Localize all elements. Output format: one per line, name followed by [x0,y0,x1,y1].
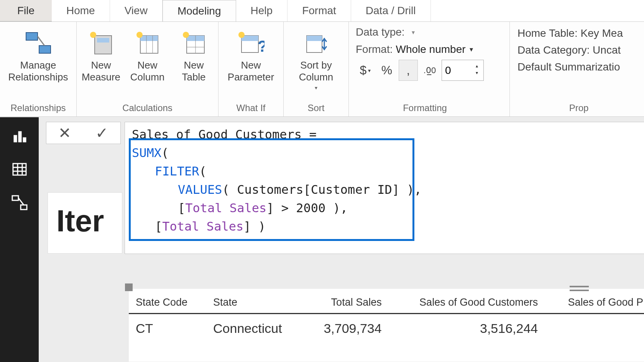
svg-point-19 [238,32,245,38]
formula-bar[interactable]: Sales of Good Customers = SUMX( FILTER( … [125,122,644,254]
col-state-code[interactable]: State Code [129,289,206,314]
cell-sales-good-p [545,314,644,343]
new-parameter-icon: ? [238,28,264,58]
svg-text:?: ? [258,37,264,55]
col-state[interactable]: State [206,289,304,314]
ribbon-group-sort: Sort by Column ▾ Sort [284,22,349,116]
decimal-up-button[interactable]: ▴ [473,64,480,70]
svg-rect-7 [140,36,158,41]
new-column-icon [135,28,160,58]
svg-rect-22 [14,135,17,142]
svg-point-5 [90,32,96,38]
menu-view[interactable]: View [110,0,163,21]
data-category-property[interactable]: Data Category: Uncat [518,44,621,56]
new-column-label: New Column [130,59,165,83]
svg-rect-30 [12,196,18,200]
ribbon-group-formatting: Data type: ▾ Format: Whole number ▾ $▾ %… [349,22,510,116]
menu-modeling[interactable]: Modeling [163,0,236,21]
report-view-button[interactable] [10,126,29,145]
menu-help[interactable]: Help [236,0,288,21]
formula-line-1: Sales of Good Customers = [132,125,639,144]
view-switcher [0,117,39,362]
model-view-button[interactable] [10,194,29,212]
currency-format-button[interactable]: $▾ [356,60,375,81]
manage-relationships-icon [25,28,52,58]
accept-formula-button[interactable]: ✓ [90,124,113,142]
drag-handle-icon[interactable] [570,286,589,291]
svg-rect-4 [97,38,109,43]
new-table-label: New Table [182,59,205,83]
cancel-formula-button[interactable]: ✕ [53,124,76,142]
group-label-formatting: Formatting [356,100,494,116]
manage-relationships-label: Manage Relationships [8,59,68,83]
table-header-row: State Code State Total Sales Sales of Go… [129,289,644,314]
svg-rect-24 [23,138,26,142]
svg-line-2 [38,36,44,46]
group-label-relationships: Relationships [4,100,72,116]
cell-state: Connecticut [206,314,304,343]
data-type-label: Data type: [356,26,405,38]
group-label-whatif: What If [222,100,279,116]
svg-rect-31 [21,205,27,210]
col-total-sales[interactable]: Total Sales [304,289,389,314]
decimal-places-input[interactable]: 0 ▴ ▾ [442,60,484,81]
ribbon-group-relationships: Manage Relationships Relationships [0,22,77,116]
chevron-down-icon[interactable]: ▾ [412,29,415,36]
svg-rect-1 [39,46,51,53]
formula-bar-controls: ✕ ✓ [46,122,121,144]
canvas-text-visual[interactable]: Iter [48,192,122,254]
svg-point-10 [136,32,143,38]
svg-rect-25 [13,164,26,175]
menu-home[interactable]: Home [52,0,110,21]
format-value[interactable]: Whole number [396,43,465,56]
new-measure-button[interactable]: New Measure [79,26,123,83]
formula-line-3: FILTER( [132,162,639,180]
formula-line-2: SUMX( [132,144,639,162]
new-table-button[interactable]: New Table [172,26,216,83]
home-table-property[interactable]: Home Table: Key Mea [518,27,623,39]
menu-bar: File Home View Modeling Help Format Data… [0,0,644,22]
resize-handle[interactable] [125,283,133,291]
canvas-text-title: Iter [56,203,113,239]
new-parameter-button[interactable]: ? New Parameter [222,26,280,83]
ribbon-group-whatif: ? New Parameter What If [219,22,284,116]
group-label-calculations: Calculations [80,100,214,116]
thousands-separator-button[interactable]: , [399,60,418,81]
menu-data-drill[interactable]: Data / Drill [351,0,431,21]
cell-sales-good-customers: 3,516,244 [389,314,545,343]
default-summarization-property[interactable]: Default Summarizatio [518,61,620,73]
svg-rect-21 [307,36,322,41]
new-measure-icon [89,28,114,58]
percent-format-button[interactable]: % [377,60,396,81]
new-measure-label: New Measure [82,59,120,83]
chevron-down-icon: ▾ [315,85,317,91]
sort-by-column-label: Sort by Column [299,59,334,83]
sort-by-column-icon [303,28,330,58]
sort-by-column-button[interactable]: Sort by Column ▾ [288,26,345,91]
col-sales-good-p[interactable]: Sales of Good P [545,289,644,314]
new-column-button[interactable]: New Column [125,26,169,83]
col-sales-good-customers[interactable]: Sales of Good Customers [389,289,545,314]
menu-format[interactable]: Format [288,0,351,21]
decimal-format-icon: .0̲0 [420,60,439,81]
svg-rect-23 [18,131,21,142]
svg-line-32 [18,198,24,205]
manage-relationships-button[interactable]: Manage Relationships [4,26,73,83]
chevron-down-icon[interactable]: ▾ [470,45,473,54]
ribbon: Manage Relationships Relationships New M… [0,22,644,117]
format-label: Format: [356,43,393,56]
data-table: State Code State Total Sales Sales of Go… [129,289,644,343]
cell-state-code: CT [129,314,206,343]
data-view-button[interactable] [10,160,29,179]
group-label-properties: Prop [518,100,640,116]
table-row[interactable]: CT Connecticut 3,709,734 3,516,244 [129,314,644,343]
decimal-down-button[interactable]: ▾ [473,70,480,77]
formula-line-5: [Total Sales] > 2000 ), [132,199,639,217]
formula-line-4: VALUES( Customers[Customer ID] ), [132,180,639,199]
table-visual[interactable]: State Code State Total Sales Sales of Go… [129,289,644,362]
new-parameter-label: New Parameter [228,59,274,83]
ribbon-group-calculations: New Measure New Column New Table Calcula… [77,22,219,116]
menu-file[interactable]: File [0,0,52,21]
svg-rect-0 [26,33,38,40]
decimal-places-value: 0 [445,64,451,77]
